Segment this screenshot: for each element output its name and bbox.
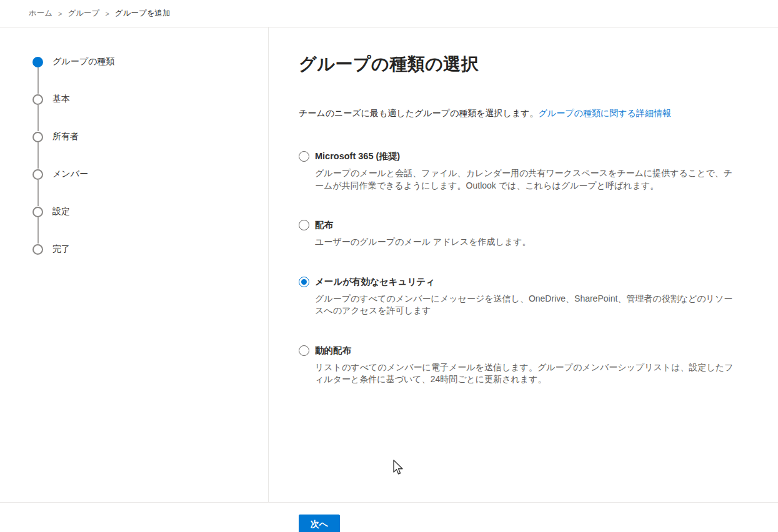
intro-text: チームのニーズに最も適したグループの種類を選択します。グループの種類に関する詳細… [299,108,741,119]
step-circle-icon [32,207,43,217]
step-label: 基本 [52,94,70,105]
breadcrumb-separator-icon: > [105,10,109,17]
radio-microsoft-365[interactable] [299,151,309,162]
option-label[interactable]: 配布 [315,219,531,231]
option-label[interactable]: 動的配布 [315,345,741,357]
option-mail-enabled-security: メールが有効なセキュリティ グループのすべてのメンバーにメッセージを送信し、On… [299,276,741,317]
breadcrumb-current-page: グループを追加 [115,8,171,19]
step-connector [37,67,39,94]
breadcrumb: ホーム > グループ > グループを追加 [0,0,778,27]
option-distribution: 配布 ユーザーのグループのメール アドレスを作成します。 [299,219,741,249]
option-description: ユーザーのグループのメール アドレスを作成します。 [315,236,531,249]
step-connector [37,217,39,244]
step-circle-icon [32,169,43,180]
step-active-circle-icon [32,57,43,67]
step-label: 設定 [52,206,70,217]
option-description: リストのすべてのメンバーに電子メールを送信します。グループのメンバーシップリスト… [315,362,741,386]
wizard-step-basics: 基本 [32,94,268,105]
option-microsoft-365: Microsoft 365 (推奨) グループのメールと会話、ファイル、カレンダ… [299,150,741,192]
step-label: 所有者 [52,131,79,142]
option-description: グループのメールと会話、ファイル、カレンダー用の共有ワークスペースをチームに提供… [315,167,741,192]
step-label: メンバー [52,169,88,180]
step-connector [37,180,39,206]
wizard-footer: 次へ [0,502,778,532]
radio-dynamic-distribution[interactable] [299,345,309,356]
radio-mail-enabled-security[interactable] [299,277,309,287]
option-dynamic-distribution: 動的配布 リストのすべてのメンバーに電子メールを送信します。グループのメンバーシ… [299,345,741,386]
intro-sentence: チームのニーズに最も適したグループの種類を選択します。 [299,108,539,118]
step-label: グループの種類 [52,56,114,67]
next-button[interactable]: 次へ [299,515,340,532]
option-label[interactable]: メールが有効なセキュリティ [315,276,741,288]
step-connector [37,142,39,169]
step-connector [37,105,39,131]
step-label: 完了 [52,244,70,255]
step-circle-icon [32,244,43,255]
option-description: グループのすべてのメンバーにメッセージを送信し、OneDrive、SharePo… [315,293,741,317]
group-type-options: Microsoft 365 (推奨) グループのメールと会話、ファイル、カレンダ… [299,150,741,386]
wizard-step-members: メンバー [32,169,268,180]
radio-distribution[interactable] [299,220,309,230]
breadcrumb-groups[interactable]: グループ [68,8,100,19]
breadcrumb-separator-icon: > [58,10,62,17]
step-circle-icon [32,132,43,142]
wizard-step-settings: 設定 [32,206,268,217]
page-title: グループの種類の選択 [299,52,741,76]
add-group-wizard-page: { "breadcrumb": { "separator": "&gt;", "… [0,0,778,532]
wizard-step-rail: グループの種類 基本 所有者 メンバー 設定 完了 [0,27,269,502]
wizard-step-group-type: グループの種類 [32,56,268,67]
option-label[interactable]: Microsoft 365 (推奨) [315,150,741,162]
wizard-step-owners: 所有者 [32,131,268,142]
main-content: グループの種類の選択 チームのニーズに最も適したグループの種類を選択します。グル… [269,27,778,502]
breadcrumb-home[interactable]: ホーム [29,8,52,19]
step-circle-icon [32,94,43,105]
wizard-step-finish: 完了 [32,244,268,255]
group-type-learn-more-link[interactable]: グループの種類に関する詳細情報 [539,108,671,118]
